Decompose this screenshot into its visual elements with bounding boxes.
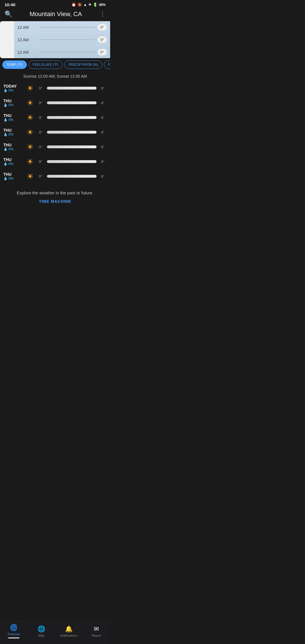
day-info-5: THU 💧 0% [3,157,23,166]
bar-today [47,87,97,90]
filter-tabs: TEMP (°F) FEELS-LIKE (°F) PRECIP PROB (%… [0,58,110,71]
hourly-sidebar [0,21,14,58]
high-1: 0° [99,101,107,105]
day-info-1: THU 💧 0% [3,99,23,107]
precip-2: 💧 0% [3,118,23,122]
tab-feels-like[interactable]: FEELS-LIKE (°F) [29,60,63,69]
day-info-2: THU 💧 0% [3,113,23,122]
weather-icon-1 [25,98,34,107]
day-info-6: THU 💧 0% [3,172,23,180]
precip-6: 💧 0% [3,177,23,180]
forecast-row-3: THU 💧 0% 0° 0° [3,125,107,140]
battery-icon: 🔋 [93,3,97,7]
low-2: 0° [37,116,45,120]
high-5: 0° [99,160,107,164]
hourly-time-3: 12 AM [18,50,36,55]
day-info-3: THU 💧 0% [3,128,23,136]
bar-6 [47,175,97,178]
tab-temp[interactable]: TEMP (°F) [2,60,27,69]
day-label-5: THU [3,157,23,162]
forecast-row-today: TODAY 💧 0% 0° 0° [3,81,107,95]
forecast-row-5: THU 💧 0% 0° 0° [3,154,107,169]
day-label-4: THU [3,143,23,147]
high-2: 0° [99,116,107,120]
weather-icon-3 [25,128,34,137]
bar-fill-5 [47,160,97,163]
weather-icon-2 [25,113,34,122]
precip-1: 💧 0% [3,103,23,107]
status-icons: ⏰ 🔕 ▲ ✈ 🔋 46% [71,3,106,7]
tab-precip-prob[interactable]: PRECIP PROB (%) [64,60,102,69]
time-machine-button[interactable]: TIME MACHINE [6,199,104,204]
precip-4: 💧 0% [3,147,23,151]
precip-today: 💧 0% [3,88,23,92]
hourly-row-3: 12 AM 0° [18,46,107,58]
forecast-row-1: THU 💧 0% 0° 0° [3,95,107,110]
low-4: 0° [37,145,45,149]
low-3: 0° [37,130,45,134]
search-icon[interactable]: 🔍 [5,10,12,18]
hourly-row-2: 12 AM 0° [18,34,107,46]
time-machine-section: Explore the weather in the past or futur… [0,184,110,208]
airplane-icon: ✈ [88,3,91,7]
bar-2 [47,116,97,119]
bar-fill-today [47,87,97,90]
high-6: 0° [99,174,107,179]
page-title: Mountain View, CA [30,10,82,18]
forecast-row-2: THU 💧 0% 0° 0° [3,110,107,125]
low-1: 0° [37,101,45,105]
precip-3: 💧 0% [3,132,23,136]
notifications-off-icon: 🔕 [77,3,82,7]
raindrop-icon-6: 💧 [3,177,8,180]
forecast-row-6: THU 💧 0% 0° 0° [3,169,107,184]
tab-precip[interactable]: PRECIP [104,60,110,69]
bar-fill-1 [47,101,97,104]
forecast-list: TODAY 💧 0% 0° 0° THU 💧 0% 0° [0,81,110,184]
raindrop-icon-2: 💧 [3,118,8,122]
raindrop-icon-1: 💧 [3,103,8,107]
day-label-3: THU [3,128,23,132]
weather-icon-6 [25,172,34,181]
high-today: 0° [99,86,107,90]
bar-fill-4 [47,145,97,148]
low-5: 0° [37,160,45,164]
header: 🔍 Mountain View, CA ⋮ [0,8,110,21]
raindrop-icon-today: 💧 [3,88,8,92]
hourly-line-1 [39,27,95,27]
hourly-temp-2: 0° [98,36,107,43]
hourly-line-2 [39,40,95,40]
raindrop-icon-4: 💧 [3,147,8,151]
day-info-4: THU 💧 0% [3,143,23,151]
hourly-line-3 [39,52,95,52]
bar-4 [47,145,97,148]
hourly-temp-3: 0° [98,49,107,55]
weather-icon-4 [25,142,34,151]
weather-icon-today [25,84,34,93]
status-time: 10:40 [5,2,15,7]
hourly-main: 12 AM 0° 12 AM 0° 12 AM 0° [14,21,110,58]
low-6: 0° [37,174,45,179]
wifi-icon: ▲ [83,3,87,7]
sunrise-sunset-text: Sunrise 12:00 AM; Sunset 12:00 AM [0,71,110,81]
day-label-2: THU [3,113,23,118]
day-info-today: TODAY 💧 0% [3,84,23,92]
more-options-icon[interactable]: ⋮ [99,10,106,18]
hourly-row-1: 12 AM 0° [18,21,107,34]
high-4: 0° [99,145,107,149]
time-machine-description: Explore the weather in the past or futur… [6,190,104,195]
bar-1 [47,101,97,104]
hourly-time-2: 12 AM [18,38,36,42]
day-label-today: TODAY [3,84,23,88]
status-bar: 10:40 ⏰ 🔕 ▲ ✈ 🔋 46% [0,0,110,8]
forecast-row-4: THU 💧 0% 0° 0° [3,140,107,154]
bar-fill-2 [47,116,97,119]
bar-3 [47,131,97,134]
hourly-temp-1: 0° [98,24,107,31]
raindrop-icon-5: 💧 [3,162,8,166]
bar-fill-6 [47,175,97,178]
raindrop-icon-3: 💧 [3,132,8,136]
bar-5 [47,160,97,163]
hourly-time-1: 12 AM [18,25,36,30]
day-label-6: THU [3,172,23,177]
high-3: 0° [99,130,107,134]
